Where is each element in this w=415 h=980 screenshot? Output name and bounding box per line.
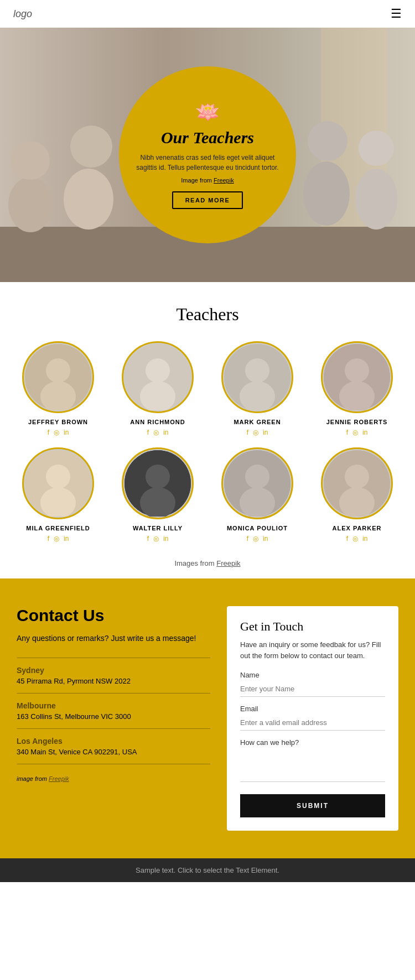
freepik-images-link[interactable]: Freepik [216,559,240,567]
teacher-name: JEFFREY BROWN [28,419,88,425]
address-sydney: 45 Pirrama Rd, Pyrmont NSW 2022 [17,677,210,685]
social-icon[interactable]: ◎ [253,535,258,543]
social-icon[interactable]: in [163,535,168,543]
social-icon[interactable]: in [163,429,168,436]
social-icon[interactable]: in [64,535,69,543]
teacher-avatar [221,341,293,413]
email-label: Email [240,705,385,713]
footer: Sample text. Click to select the Text El… [0,858,415,882]
teacher-card: ALEX PARKERf◎in [310,447,404,543]
social-icon[interactable]: f [346,429,348,436]
social-icon[interactable]: in [263,535,268,543]
teacher-avatar [22,447,94,519]
name-input[interactable] [240,681,385,697]
hero-title: Our Teachers [161,128,254,147]
svg-point-21 [345,358,369,383]
social-icon[interactable]: in [362,535,367,543]
contact-description: Any questions or remarks? Just write us … [17,633,210,644]
address-la: 340 Main St, Venice CA 902291, USA [17,748,210,756]
logo: logo [13,8,32,20]
teacher-avatar [22,341,94,413]
teacher-avatar [122,447,194,519]
city-sydney: Sydney [17,666,210,675]
teacher-social-links: f◎in [346,429,368,436]
images-credit: Images from Freepik [11,559,404,567]
teacher-card: MONICA POULIOTf◎in [210,447,304,543]
teacher-social-links: f◎in [247,429,268,436]
message-textarea[interactable] [240,749,385,782]
social-icon[interactable]: ◎ [54,429,59,436]
teachers-grid: JEFFREY BROWNf◎in ANN RICHMONDf◎in MARK … [11,341,404,543]
teacher-social-links: f◎in [346,535,368,543]
social-icon[interactable]: ◎ [153,535,159,543]
teacher-card: ANN RICHMONDf◎in [111,341,205,436]
svg-point-5 [64,169,113,230]
svg-point-3 [8,177,53,232]
social-icon[interactable]: ◎ [253,429,258,436]
teacher-social-links: f◎in [247,535,268,543]
social-icon[interactable]: ◎ [352,535,358,543]
svg-point-24 [46,465,70,489]
avatar-image [324,344,390,410]
email-input[interactable] [240,715,385,731]
location-sydney: Sydney 45 Pirrama Rd, Pyrmont NSW 2022 [17,666,210,685]
social-icon[interactable]: f [346,535,348,543]
avatar-image [124,450,191,517]
teacher-avatar [321,341,393,413]
teacher-name: JENNIE ROBERTS [326,419,388,425]
avatar-image [25,450,91,517]
teacher-avatar [221,447,293,519]
svg-point-8 [308,121,347,161]
teacher-social-links: f◎in [147,535,169,543]
social-icon[interactable]: in [362,429,367,436]
teacher-social-links: f◎in [48,429,69,436]
social-icon[interactable]: f [247,429,248,436]
hero-description: Nibh venenatis cras sed felis eget velit… [136,153,279,173]
footer-text: Sample text. Click to select the Text El… [136,866,279,874]
social-icon[interactable]: f [48,429,49,436]
teacher-social-links: f◎in [48,535,69,543]
teacher-social-links: f◎in [147,429,169,436]
teacher-name: MILA GREENFIELD [26,525,90,531]
svg-point-10 [359,131,394,166]
social-icon[interactable]: f [147,429,149,436]
contact-form-card: Get in Touch Have an inquiry or some fee… [227,606,398,831]
avatar-image [324,450,390,517]
teacher-card: WALTER LILLYf◎in [111,447,205,543]
teacher-card: JEFFREY BROWNf◎in [11,341,105,436]
social-icon[interactable]: f [147,535,149,543]
menu-icon[interactable]: ☰ [391,7,402,21]
submit-button[interactable]: SUBMIT [240,794,385,817]
svg-point-4 [11,141,50,180]
social-icon[interactable]: ◎ [153,429,159,436]
divider-3 [17,728,210,729]
divider-4 [17,764,210,764]
teachers-section: Teachers JEFFREY BROWNf◎in ANN RICHMONDf… [0,282,415,578]
teacher-name: WALTER LILLY [133,525,183,531]
teacher-name: MARK GREEN [234,419,281,425]
social-icon[interactable]: in [263,429,268,436]
svg-point-27 [146,465,170,489]
social-icon[interactable]: ◎ [352,429,358,436]
avatar-image [224,344,290,410]
social-icon[interactable]: f [48,535,49,543]
svg-point-6 [70,126,112,168]
teacher-avatar [321,447,393,519]
teacher-avatar [122,341,194,413]
form-title: Get in Touch [240,619,385,634]
svg-point-33 [345,465,369,489]
hero-circle-overlay: 🪷 Our Teachers Nibh venenatis cras sed f… [119,66,296,243]
svg-point-15 [146,358,170,383]
svg-point-18 [245,358,269,383]
divider-1 [17,658,210,658]
teacher-name: ANN RICHMOND [130,419,185,425]
social-icon[interactable]: in [64,429,69,436]
social-icon[interactable]: ◎ [54,535,59,543]
svg-point-9 [355,169,397,230]
contact-freepik-link[interactable]: Freepik [49,775,69,782]
form-description: Have an inquiry or some feedbak for us? … [240,639,385,661]
read-more-button[interactable]: READ MORE [172,191,243,209]
social-icon[interactable]: f [247,535,248,543]
freepik-link[interactable]: Freepik [214,177,234,184]
address-melbourne: 163 Collins St, Melbourne VIC 3000 [17,712,210,721]
